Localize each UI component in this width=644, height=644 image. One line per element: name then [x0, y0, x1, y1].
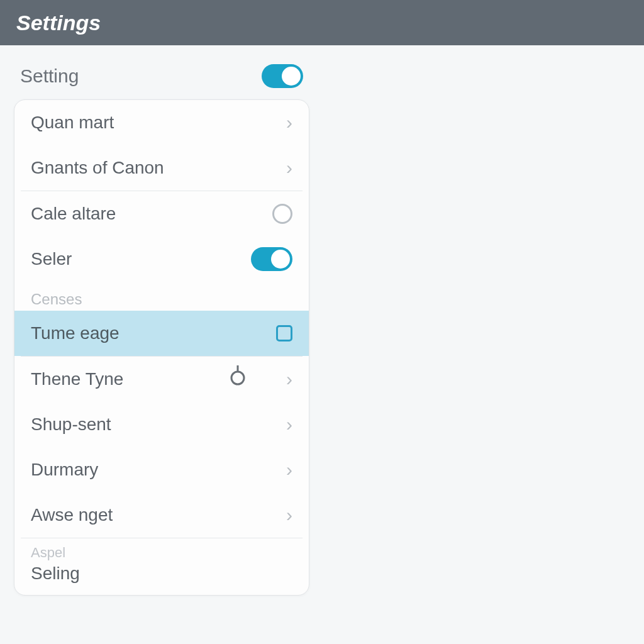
row-label: Shup-sent: [31, 414, 286, 435]
chevron-right-icon: ›: [286, 506, 292, 525]
chevron-right-icon: ›: [286, 370, 292, 389]
chevron-right-icon: ›: [286, 113, 292, 132]
row-label: Thene Tyne: [31, 369, 286, 389]
seler-toggle[interactable]: [251, 247, 292, 271]
master-setting-toggle[interactable]: [262, 64, 303, 88]
row-thene-tyne[interactable]: Thene Tyne ›: [14, 357, 309, 402]
section-header-censes: Censes: [14, 282, 309, 311]
footer-big-label: Seling: [31, 564, 292, 584]
settings-panel: Quan mart › Gnants of Canon › Cale altar…: [14, 99, 309, 596]
content: Setting Quan mart › Gnants of Canon › Ca…: [0, 45, 644, 608]
titlebar: Settings: [0, 0, 644, 45]
chevron-right-icon: ›: [286, 460, 292, 479]
row-label: Quan mart: [31, 113, 286, 133]
footer-block: Aspel Seling: [14, 538, 309, 595]
radio-unchecked-icon[interactable]: [272, 204, 292, 224]
row-cale-altare[interactable]: Cale altare: [14, 191, 309, 236]
row-label: Durmary: [31, 460, 286, 480]
row-shup-sent[interactable]: Shup-sent ›: [14, 402, 309, 447]
row-durmary[interactable]: Durmary ›: [14, 447, 309, 492]
row-quan-mart[interactable]: Quan mart ›: [14, 100, 309, 145]
row-label: Seler: [31, 249, 251, 269]
row-tume-eage[interactable]: Tume eage: [14, 311, 309, 356]
row-awse-nget[interactable]: Awse nget ›: [14, 492, 309, 538]
page-title: Settings: [16, 11, 101, 35]
row-label: Gnants of Canon: [31, 158, 286, 178]
row-label: Cale altare: [31, 204, 272, 224]
row-label: Tume eage: [31, 323, 269, 343]
row-gnants-of-canon[interactable]: Gnants of Canon ›: [14, 145, 309, 191]
master-setting-label: Setting: [20, 65, 262, 87]
row-seler[interactable]: Seler: [14, 236, 309, 282]
footer-small-label: Aspel: [31, 545, 292, 561]
master-setting-row[interactable]: Setting: [14, 58, 309, 99]
chevron-right-icon: ›: [286, 158, 292, 177]
chevron-right-icon: ›: [286, 415, 292, 434]
checkbox-icon[interactable]: [276, 325, 292, 341]
row-label: Awse nget: [31, 505, 286, 525]
